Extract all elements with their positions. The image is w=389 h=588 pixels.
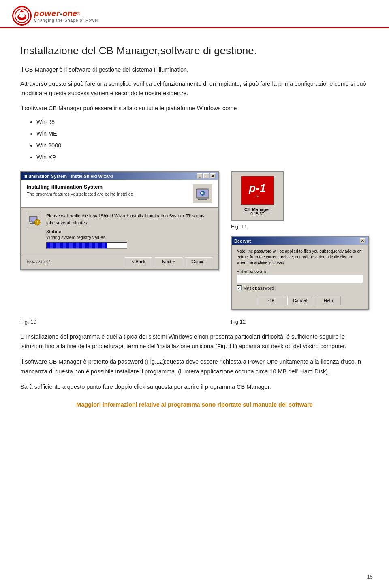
installshield-dialog: iIllumination System - InstallShield Wiz…	[20, 171, 219, 270]
titlebar-buttons: _ □ ✕	[197, 173, 216, 179]
logo-slogan: Changing the Shape of Power	[34, 18, 99, 23]
install-icon-box: !	[27, 213, 42, 228]
fig12-caption: Fig.12	[219, 317, 369, 325]
decrypt-dialog: Decrypt ✕ Note: the password will be app…	[231, 236, 369, 310]
decrypt-title: Decrypt	[234, 239, 251, 243]
svg-rect-6	[199, 198, 206, 199]
progress-bar-container	[46, 242, 127, 249]
minimize-button[interactable]: _	[197, 173, 203, 179]
highlight-text: Maggiori informazioni relative al progra…	[20, 400, 369, 410]
decrypt-titlebar: Decrypt ✕	[232, 237, 368, 245]
mask-password-checkbox[interactable]: ✓	[237, 285, 242, 290]
cb-manager-box: p-1 ™ CB Manager 0.15.37	[231, 171, 284, 221]
fig11-caption: Fig. 11	[231, 224, 247, 230]
dialog-footer: Install Shield < Back Next > Cancel	[21, 254, 218, 269]
back-button[interactable]: < Back	[125, 257, 152, 266]
dialog-titlebar: iIllumination System - InstallShield Wiz…	[21, 172, 218, 180]
cb-manager-logo: p-1 ™	[241, 176, 274, 205]
cancel-button[interactable]: Cancel	[185, 257, 212, 266]
cb-logo-text: p-1	[249, 182, 266, 195]
figures-row: iIllumination System - InstallShield Wiz…	[20, 171, 369, 310]
decrypt-footer-buttons: OK Cancel Help	[237, 294, 363, 305]
decrypt-help-button[interactable]: Help	[316, 296, 341, 305]
next-button[interactable]: Next >	[155, 257, 182, 266]
dialog-header-subtitle: The program features you selected are be…	[27, 192, 135, 196]
install-status-value: Writing system registry values	[46, 235, 212, 240]
maximize-button[interactable]: □	[203, 173, 209, 179]
install-text-box: Please wait while the InstallShield Wiza…	[46, 213, 212, 249]
install-body-1: L' installazione del programma è quella …	[20, 332, 369, 352]
decrypt-password-input[interactable]	[237, 275, 363, 283]
install-progress-icon: !	[28, 214, 41, 226]
dialog-title: iIllumination System - InstallShield Wiz…	[24, 174, 113, 179]
list-item: Win 98	[36, 116, 369, 128]
logo-circle	[12, 6, 32, 26]
brand-registered: ®	[77, 11, 80, 16]
dialog-header-title: Installing iIllumination System	[27, 184, 135, 190]
list-item: Win ME	[36, 128, 369, 140]
close-button[interactable]: ✕	[210, 173, 216, 179]
install-body-3: Sarà sufficiente a questo punto fare dop…	[20, 382, 369, 392]
fig-captions-row: Fig. 10 Fig.12	[20, 317, 369, 325]
svg-text:!: !	[36, 220, 38, 225]
mask-password-label: Mask password	[243, 285, 274, 290]
install-body-2: Il software CB Manager è protetto da pas…	[20, 357, 369, 377]
cb-version: 0.15.37	[250, 212, 264, 216]
page-title: Installazione del CB Manager,software di…	[20, 45, 369, 57]
dialog-body: Installing iIllumination System The prog…	[21, 180, 218, 254]
dialog-footer-buttons: < Back Next > Cancel	[125, 257, 212, 266]
fig10-caption: Fig. 10	[20, 317, 219, 325]
main-content: Installazione del CB Manager,software di…	[0, 28, 389, 438]
svg-rect-7	[198, 199, 207, 200]
platform-list: Win 98 Win ME Win 2000 Win XP	[36, 116, 369, 163]
brand-dash: -	[60, 9, 63, 18]
decrypt-figure: Decrypt ✕ Note: the password will be app…	[231, 236, 369, 310]
brand-power: power	[34, 9, 60, 18]
decrypt-body: Note: the password will be applied to fi…	[232, 245, 368, 309]
dialog-content-section: ! Please wait while the InstallShield Wi…	[21, 208, 218, 254]
install-icon	[194, 185, 211, 202]
cb-manager-label: CB Manager	[244, 207, 270, 212]
platforms-intro: Il software CB Manager può essere instal…	[20, 103, 369, 113]
header: power - one ® Changing the Shape of Powe…	[0, 0, 389, 28]
list-item: Win 2000	[36, 140, 369, 151]
intro-paragraph-2: Attraverso questo si può fare una sempli…	[20, 79, 369, 98]
dialog-footer-brand: Install Shield	[27, 260, 50, 264]
dialog-header-text: Installing iIllumination System The prog…	[27, 184, 135, 196]
decrypt-cancel-button[interactable]: Cancel	[287, 296, 312, 305]
cb-logo-tm: ™	[255, 195, 260, 199]
decrypt-checkbox-row: ✓ Mask password	[237, 285, 363, 290]
dialog-header-icon	[193, 184, 212, 203]
install-body-text: Please wait while the InstallShield Wiza…	[46, 213, 212, 226]
logo-circle-svg	[14, 8, 30, 23]
intro-paragraph-1: Il CB Manager è il software di gestione …	[20, 65, 369, 75]
decrypt-close-button[interactable]: ✕	[360, 238, 365, 243]
list-item: Win XP	[36, 151, 369, 163]
decrypt-note: Note: the password will be applied to fi…	[237, 249, 363, 266]
logo: power - one ® Changing the Shape of Powe…	[12, 6, 99, 26]
decrypt-ok-button[interactable]: OK	[259, 296, 284, 305]
logo-text: power - one ® Changing the Shape of Powe…	[34, 9, 99, 23]
right-figures: p-1 ™ CB Manager 0.15.37 Fig. 11 Decrypt…	[231, 171, 369, 310]
progress-bar-fill	[47, 243, 107, 248]
svg-point-2	[19, 14, 25, 18]
brand-one: one	[63, 9, 77, 18]
decrypt-field-label: Enter password:	[237, 269, 363, 274]
install-status-label: Status:	[46, 229, 212, 234]
page-number: 15	[367, 574, 373, 580]
dialog-header-section: Installing iIllumination System The prog…	[21, 180, 218, 208]
